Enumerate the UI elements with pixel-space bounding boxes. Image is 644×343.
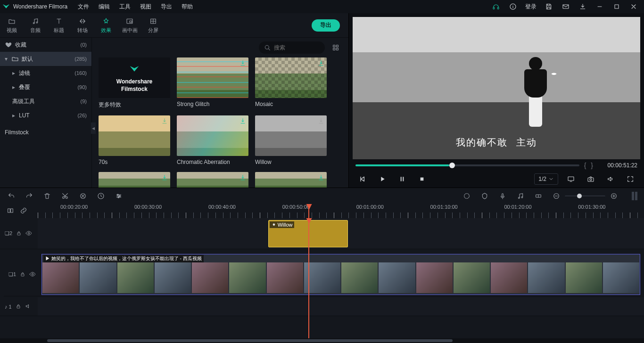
zoom-out-icon[interactable] [552, 191, 561, 201]
maximize-button[interactable] [608, 0, 625, 13]
undo-icon[interactable] [7, 191, 16, 201]
timeline-ruler[interactable]: 00:00:20:0000:00:30:0000:00:40:0000:00:5… [38, 204, 644, 218]
timeline-scrollbar[interactable] [0, 338, 644, 343]
ruler-label: 00:01:00:00 [356, 204, 384, 210]
support-icon[interactable] [487, 0, 504, 13]
effect-card[interactable]: WondershareFilmstock更多特效 [99, 57, 170, 109]
prev-frame-button[interactable] [355, 172, 370, 186]
effect-card[interactable]: Chromatic Aberration [177, 115, 248, 165]
mark-out-icon[interactable]: } [591, 162, 593, 169]
eye-icon[interactable] [29, 271, 36, 278]
zoom-ratio[interactable]: 1/2 [534, 173, 558, 185]
effect-card[interactable]: Strong Glitch [177, 57, 248, 109]
export-button[interactable]: 导出 [312, 19, 340, 32]
menu-view[interactable]: 视图 [135, 0, 156, 13]
search-input[interactable] [259, 41, 325, 54]
download-badge-icon [317, 117, 325, 126]
track-audio: ♪ 1 [0, 297, 644, 316]
sidebar-item-overlays[interactable]: ▸叠覆(90) [0, 80, 91, 94]
effect-card[interactable]: Mosaic [255, 57, 327, 109]
svg-rect-12 [336, 45, 338, 47]
playhead[interactable] [308, 218, 309, 338]
effect-card-label: 更多特效 [99, 101, 170, 109]
lock-icon[interactable] [16, 303, 21, 310]
volume-icon[interactable] [603, 172, 618, 186]
svg-rect-4 [615, 5, 619, 8]
sidebar-item-lut[interactable]: ▸LUT(26) [0, 108, 91, 122]
effect-card[interactable] [177, 172, 248, 188]
ruler-label: 00:01:30:00 [578, 204, 605, 210]
play-button[interactable] [375, 172, 389, 186]
cut-icon[interactable] [60, 191, 70, 201]
save-icon[interactable] [540, 0, 557, 13]
speed-icon[interactable] [96, 191, 106, 201]
clip-video-main[interactable]: ▶ 她笑的，我给不了你以后的视频，这个俄罗斯女孩不能出现了 - 西瓜视频 [41, 254, 640, 295]
mark-in-icon[interactable]: { [584, 162, 586, 169]
tab-pip[interactable]: 画中画 [118, 13, 141, 38]
download-icon[interactable] [574, 0, 591, 13]
svg-rect-14 [336, 48, 338, 50]
grid-view-icon[interactable] [330, 41, 342, 54]
preview-video[interactable]: 我的确不敢主动 [353, 17, 640, 159]
tab-transition[interactable]: 转场 [71, 13, 94, 38]
search-field[interactable] [274, 44, 316, 51]
tab-title[interactable]: 标题 [47, 13, 71, 38]
menu-tools[interactable]: 工具 [115, 0, 135, 13]
speaker-icon[interactable] [25, 303, 32, 310]
redo-icon[interactable] [25, 191, 34, 201]
sidebar-item-default[interactable]: ▾默认(285) [0, 52, 91, 66]
keyframe-icon[interactable] [534, 191, 543, 201]
music-icon [31, 17, 40, 25]
sidebar-item-filters[interactable]: ▸滤镜(160) [0, 66, 91, 80]
ruler-label: 00:01:20:00 [504, 204, 531, 210]
effect-card[interactable] [99, 172, 170, 188]
ruler-label: 00:00:30:00 [134, 204, 162, 210]
playhead[interactable] [308, 204, 309, 218]
sidebar-item-filmstock[interactable]: Filmstock [0, 125, 91, 139]
minimize-button[interactable] [591, 0, 608, 13]
audio-sync-icon[interactable] [516, 191, 525, 201]
timeline-zoom[interactable] [552, 191, 619, 201]
login-button[interactable]: 登录 [521, 0, 540, 13]
lock-icon[interactable] [16, 230, 22, 237]
chevron-down-icon [548, 176, 554, 182]
delete-icon[interactable] [42, 191, 52, 201]
sidebar-item-favorites[interactable]: 收藏(0) [0, 38, 91, 52]
tab-video[interactable]: 视频 [0, 13, 24, 38]
effect-card[interactable]: Willow [255, 115, 327, 165]
tab-audio[interactable]: 音频 [24, 13, 47, 38]
svg-rect-35 [8, 209, 10, 212]
menu-help[interactable]: 帮助 [177, 0, 198, 13]
menu-export[interactable]: 导出 [156, 0, 177, 13]
tab-split[interactable]: 分屏 [141, 13, 165, 38]
clip-mode-icon[interactable] [7, 207, 14, 216]
effect-card[interactable] [255, 172, 327, 188]
color-icon[interactable] [462, 191, 471, 201]
info-icon[interactable] [504, 0, 521, 13]
link-icon[interactable] [20, 207, 27, 216]
pause-button[interactable] [395, 172, 409, 186]
effect-card[interactable]: 70s [99, 115, 170, 165]
marker-icon[interactable] [480, 191, 489, 201]
display-icon[interactable] [564, 172, 578, 186]
adjust-icon[interactable] [114, 191, 124, 201]
mail-icon[interactable] [557, 0, 574, 13]
transition-icon [78, 17, 87, 25]
sidebar-collapse-handle[interactable]: ◂ [91, 122, 96, 134]
close-button[interactable] [625, 0, 642, 13]
stop-button[interactable] [415, 172, 429, 186]
sidebar-item-advanced[interactable]: 高级工具(9) [0, 94, 91, 108]
snapshot-icon[interactable] [584, 172, 598, 186]
eye-icon[interactable] [25, 230, 32, 237]
zoom-in-icon[interactable] [609, 191, 619, 201]
search-icon [264, 44, 271, 51]
menu-file[interactable]: 文件 [73, 0, 94, 13]
svg-point-26 [119, 196, 121, 197]
fullscreen-icon[interactable] [623, 172, 637, 186]
crop-icon[interactable] [78, 191, 88, 201]
tab-effects[interactable]: 效果 [94, 13, 118, 38]
preview-scrubber[interactable]: { } 00:00:51:22 [349, 160, 644, 171]
lock-icon[interactable] [20, 271, 25, 278]
voiceover-icon[interactable] [498, 191, 507, 201]
menu-edit[interactable]: 编辑 [94, 0, 115, 13]
